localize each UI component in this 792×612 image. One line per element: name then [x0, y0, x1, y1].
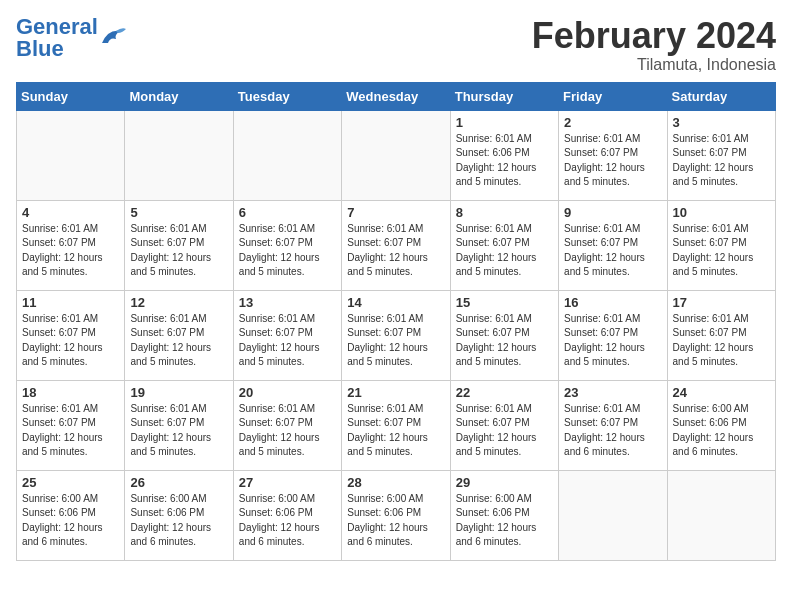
day-number: 26 — [130, 475, 227, 490]
day-cell: 9Sunrise: 6:01 AMSunset: 6:07 PMDaylight… — [559, 200, 667, 290]
day-number: 20 — [239, 385, 336, 400]
day-info: Sunrise: 6:01 AMSunset: 6:07 PMDaylight:… — [22, 222, 119, 280]
day-info: Sunrise: 6:01 AMSunset: 6:06 PMDaylight:… — [456, 132, 553, 190]
day-cell: 13Sunrise: 6:01 AMSunset: 6:07 PMDayligh… — [233, 290, 341, 380]
day-cell: 10Sunrise: 6:01 AMSunset: 6:07 PMDayligh… — [667, 200, 775, 290]
day-number: 29 — [456, 475, 553, 490]
day-info: Sunrise: 6:01 AMSunset: 6:07 PMDaylight:… — [456, 312, 553, 370]
day-info: Sunrise: 6:01 AMSunset: 6:07 PMDaylight:… — [564, 132, 661, 190]
day-cell — [17, 110, 125, 200]
day-number: 4 — [22, 205, 119, 220]
day-info: Sunrise: 6:01 AMSunset: 6:07 PMDaylight:… — [564, 222, 661, 280]
week-row-3: 11Sunrise: 6:01 AMSunset: 6:07 PMDayligh… — [17, 290, 776, 380]
day-cell: 22Sunrise: 6:01 AMSunset: 6:07 PMDayligh… — [450, 380, 558, 470]
day-info: Sunrise: 6:01 AMSunset: 6:07 PMDaylight:… — [130, 312, 227, 370]
day-number: 28 — [347, 475, 444, 490]
day-cell: 12Sunrise: 6:01 AMSunset: 6:07 PMDayligh… — [125, 290, 233, 380]
day-info: Sunrise: 6:00 AMSunset: 6:06 PMDaylight:… — [673, 402, 770, 460]
day-number: 3 — [673, 115, 770, 130]
day-info: Sunrise: 6:01 AMSunset: 6:07 PMDaylight:… — [456, 402, 553, 460]
day-cell: 2Sunrise: 6:01 AMSunset: 6:07 PMDaylight… — [559, 110, 667, 200]
day-info: Sunrise: 6:01 AMSunset: 6:07 PMDaylight:… — [347, 402, 444, 460]
day-number: 23 — [564, 385, 661, 400]
day-cell: 27Sunrise: 6:00 AMSunset: 6:06 PMDayligh… — [233, 470, 341, 560]
day-number: 7 — [347, 205, 444, 220]
day-info: Sunrise: 6:01 AMSunset: 6:07 PMDaylight:… — [239, 222, 336, 280]
day-cell: 25Sunrise: 6:00 AMSunset: 6:06 PMDayligh… — [17, 470, 125, 560]
day-number: 11 — [22, 295, 119, 310]
calendar-header: SundayMondayTuesdayWednesdayThursdayFrid… — [17, 82, 776, 110]
calendar-subtitle: Tilamuta, Indonesia — [532, 56, 776, 74]
day-info: Sunrise: 6:01 AMSunset: 6:07 PMDaylight:… — [22, 402, 119, 460]
day-cell: 19Sunrise: 6:01 AMSunset: 6:07 PMDayligh… — [125, 380, 233, 470]
day-number: 5 — [130, 205, 227, 220]
day-info: Sunrise: 6:01 AMSunset: 6:07 PMDaylight:… — [673, 222, 770, 280]
day-number: 8 — [456, 205, 553, 220]
day-cell — [233, 110, 341, 200]
day-number: 13 — [239, 295, 336, 310]
day-cell: 29Sunrise: 6:00 AMSunset: 6:06 PMDayligh… — [450, 470, 558, 560]
calendar-table: SundayMondayTuesdayWednesdayThursdayFrid… — [16, 82, 776, 561]
day-number: 24 — [673, 385, 770, 400]
day-cell — [125, 110, 233, 200]
header-row: SundayMondayTuesdayWednesdayThursdayFrid… — [17, 82, 776, 110]
day-info: Sunrise: 6:00 AMSunset: 6:06 PMDaylight:… — [456, 492, 553, 550]
calendar-title-block: February 2024 Tilamuta, Indonesia — [532, 16, 776, 74]
day-cell: 5Sunrise: 6:01 AMSunset: 6:07 PMDaylight… — [125, 200, 233, 290]
day-cell: 16Sunrise: 6:01 AMSunset: 6:07 PMDayligh… — [559, 290, 667, 380]
header-tuesday: Tuesday — [233, 82, 341, 110]
day-number: 25 — [22, 475, 119, 490]
header-wednesday: Wednesday — [342, 82, 450, 110]
calendar-title: February 2024 — [532, 16, 776, 56]
day-number: 6 — [239, 205, 336, 220]
day-cell: 26Sunrise: 6:00 AMSunset: 6:06 PMDayligh… — [125, 470, 233, 560]
day-number: 21 — [347, 385, 444, 400]
day-number: 18 — [22, 385, 119, 400]
day-info: Sunrise: 6:01 AMSunset: 6:07 PMDaylight:… — [130, 222, 227, 280]
day-number: 15 — [456, 295, 553, 310]
calendar-body: 1Sunrise: 6:01 AMSunset: 6:06 PMDaylight… — [17, 110, 776, 560]
day-number: 22 — [456, 385, 553, 400]
day-number: 12 — [130, 295, 227, 310]
day-info: Sunrise: 6:01 AMSunset: 6:07 PMDaylight:… — [673, 312, 770, 370]
day-number: 9 — [564, 205, 661, 220]
day-info: Sunrise: 6:01 AMSunset: 6:07 PMDaylight:… — [347, 222, 444, 280]
day-info: Sunrise: 6:01 AMSunset: 6:07 PMDaylight:… — [456, 222, 553, 280]
day-number: 10 — [673, 205, 770, 220]
day-info: Sunrise: 6:00 AMSunset: 6:06 PMDaylight:… — [239, 492, 336, 550]
day-info: Sunrise: 6:01 AMSunset: 6:07 PMDaylight:… — [564, 402, 661, 460]
week-row-4: 18Sunrise: 6:01 AMSunset: 6:07 PMDayligh… — [17, 380, 776, 470]
logo-bird-icon — [100, 25, 128, 47]
day-info: Sunrise: 6:01 AMSunset: 6:07 PMDaylight:… — [22, 312, 119, 370]
day-info: Sunrise: 6:01 AMSunset: 6:07 PMDaylight:… — [673, 132, 770, 190]
day-cell: 14Sunrise: 6:01 AMSunset: 6:07 PMDayligh… — [342, 290, 450, 380]
header-thursday: Thursday — [450, 82, 558, 110]
day-info: Sunrise: 6:01 AMSunset: 6:07 PMDaylight:… — [239, 312, 336, 370]
day-cell — [559, 470, 667, 560]
week-row-5: 25Sunrise: 6:00 AMSunset: 6:06 PMDayligh… — [17, 470, 776, 560]
header-sunday: Sunday — [17, 82, 125, 110]
day-cell: 11Sunrise: 6:01 AMSunset: 6:07 PMDayligh… — [17, 290, 125, 380]
day-number: 1 — [456, 115, 553, 130]
day-info: Sunrise: 6:00 AMSunset: 6:06 PMDaylight:… — [130, 492, 227, 550]
day-cell — [342, 110, 450, 200]
week-row-1: 1Sunrise: 6:01 AMSunset: 6:06 PMDaylight… — [17, 110, 776, 200]
day-cell: 3Sunrise: 6:01 AMSunset: 6:07 PMDaylight… — [667, 110, 775, 200]
day-info: Sunrise: 6:01 AMSunset: 6:07 PMDaylight:… — [130, 402, 227, 460]
day-cell — [667, 470, 775, 560]
logo-text: General Blue — [16, 14, 98, 61]
week-row-2: 4Sunrise: 6:01 AMSunset: 6:07 PMDaylight… — [17, 200, 776, 290]
day-cell: 6Sunrise: 6:01 AMSunset: 6:07 PMDaylight… — [233, 200, 341, 290]
day-number: 17 — [673, 295, 770, 310]
header-monday: Monday — [125, 82, 233, 110]
day-cell: 7Sunrise: 6:01 AMSunset: 6:07 PMDaylight… — [342, 200, 450, 290]
day-info: Sunrise: 6:00 AMSunset: 6:06 PMDaylight:… — [22, 492, 119, 550]
day-cell: 24Sunrise: 6:00 AMSunset: 6:06 PMDayligh… — [667, 380, 775, 470]
day-cell: 28Sunrise: 6:00 AMSunset: 6:06 PMDayligh… — [342, 470, 450, 560]
header-saturday: Saturday — [667, 82, 775, 110]
day-cell: 20Sunrise: 6:01 AMSunset: 6:07 PMDayligh… — [233, 380, 341, 470]
day-cell: 21Sunrise: 6:01 AMSunset: 6:07 PMDayligh… — [342, 380, 450, 470]
logo: General Blue — [16, 16, 128, 60]
day-number: 27 — [239, 475, 336, 490]
day-number: 2 — [564, 115, 661, 130]
